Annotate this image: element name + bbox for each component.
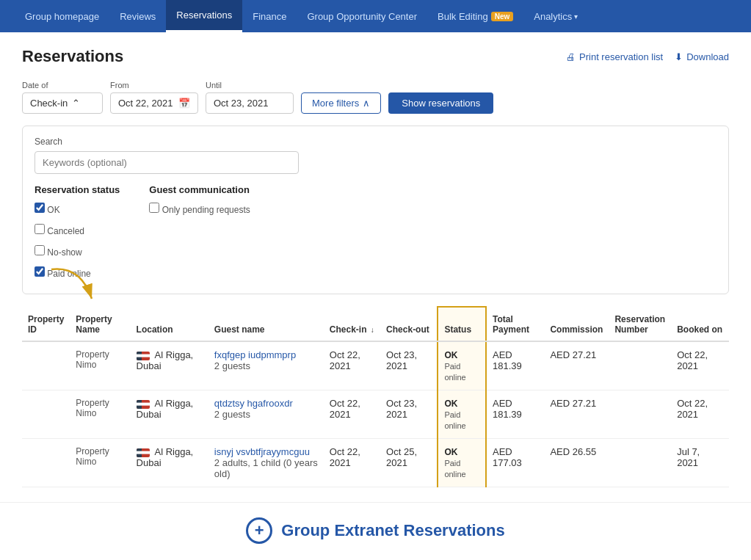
col-reservation-number: ReservationNumber <box>609 307 671 341</box>
col-checkout: Check-out <box>380 307 438 341</box>
more-filters-button[interactable]: More filters ∧ <box>301 92 381 114</box>
nav-group-homepage[interactable]: Group homepage <box>15 0 109 32</box>
guest-count: 2 adults, 1 child (0 years old) <box>214 457 318 479</box>
header-actions: 🖨 Print reservation list ⬇ Download <box>566 51 729 62</box>
date-of-filter: Date of Check-in ⌃ <box>22 81 103 114</box>
col-guest-name: Guest name <box>208 307 324 341</box>
col-total-payment: TotalPayment <box>486 307 544 341</box>
flag-icon <box>137 448 150 457</box>
flag-icon <box>137 400 150 409</box>
guest-count: 2 guests <box>214 360 250 371</box>
guest-communication-col: Guest communication Only pending request… <box>149 184 250 283</box>
col-booked-on: Booked on <box>671 307 729 341</box>
analytics-dropdown-icon: ▾ <box>574 12 578 21</box>
cell-guest-name: qtdztsy hgafrooxdr 2 guests <box>208 390 324 439</box>
from-date-filter: From Oct 22, 2021 📅 <box>110 81 198 114</box>
cell-booked-on: Oct 22, 2021 <box>671 390 729 439</box>
cell-property-id <box>22 341 70 390</box>
cell-property-name: Property Nimo <box>70 341 130 390</box>
search-input[interactable] <box>35 151 299 174</box>
cell-commission: AED 26.55 <box>544 439 609 487</box>
page-title: Reservations <box>22 47 123 66</box>
cell-reservation-number <box>609 341 671 390</box>
col-commission: Commission <box>544 307 609 341</box>
cell-status: OK Paid online <box>438 390 486 439</box>
cell-reservation-number <box>609 439 671 487</box>
print-button[interactable]: 🖨 Print reservation list <box>566 51 663 62</box>
guest-link[interactable]: qtdztsy hgafrooxdr <box>214 398 293 409</box>
search-section: Search Reservation status OK Canceled No… <box>22 126 729 294</box>
nav-reviews[interactable]: Reviews <box>109 0 166 32</box>
cell-checkout: Oct 25, 2021 <box>380 439 438 487</box>
cell-checkin: Oct 22, 2021 <box>324 341 380 390</box>
top-navigation: Group homepage Reviews Reservations Fina… <box>0 0 751 32</box>
guest-count: 2 guests <box>214 409 250 420</box>
nav-group-opportunity[interactable]: Group Opportunity Center <box>297 0 427 32</box>
nav-reservations[interactable]: Reservations <box>166 0 242 32</box>
table-row: Property Nimo Al Rigga, Dubai fxqfgep iu… <box>22 341 729 390</box>
cell-guest-name: fxqfgep iudpmmprp 2 guests <box>208 341 324 390</box>
footer-text: Group Extranet Reservations <box>281 521 504 540</box>
cell-status: OK Paid online <box>438 341 486 390</box>
until-date-filter: Until Oct 23, 2021 <box>206 81 294 114</box>
cell-total-payment: AED 181.39 <box>486 341 544 390</box>
date-of-label: Date of <box>22 81 103 90</box>
cell-location: Al Rigga, Dubai <box>131 439 208 487</box>
cell-checkout: Oct 23, 2021 <box>380 341 438 390</box>
download-icon: ⬇ <box>675 51 683 62</box>
footer-teaser: + Group Extranet Reservations <box>0 502 751 559</box>
bulk-editing-badge: New <box>491 12 514 21</box>
download-button[interactable]: ⬇ Download <box>675 51 729 62</box>
status-ok-checkbox[interactable]: OK <box>35 203 120 215</box>
guest-communication-title: Guest communication <box>149 184 250 195</box>
col-property-name: PropertyName <box>70 307 130 341</box>
cell-checkin: Oct 22, 2021 <box>324 439 380 487</box>
status-noshow-checkbox[interactable]: No-show <box>35 245 120 258</box>
col-location: Location <box>131 307 208 341</box>
cell-property-name: Property Nimo <box>70 439 130 487</box>
until-date-input[interactable]: Oct 23, 2021 <box>206 92 294 114</box>
guest-link[interactable]: isnyj vsvbtfjrayymcguu <box>214 446 310 457</box>
cell-status: OK Paid online <box>438 439 486 487</box>
status-paid-online-checkbox[interactable]: Paid online <box>35 266 120 279</box>
cell-commission: AED 27.21 <box>544 390 609 439</box>
nav-finance[interactable]: Finance <box>242 0 297 32</box>
cell-total-payment: AED 181.39 <box>486 390 544 439</box>
reservation-status-title: Reservation status <box>35 184 120 195</box>
cell-booked-on: Oct 22, 2021 <box>671 341 729 390</box>
filter-checkboxes: Reservation status OK Canceled No-show P… <box>35 184 716 283</box>
cell-guest-name: isnyj vsvbtfjrayymcguu 2 adults, 1 child… <box>208 439 324 487</box>
cell-reservation-number <box>609 390 671 439</box>
from-label: From <box>110 81 198 90</box>
from-date-input[interactable]: Oct 22, 2021 📅 <box>110 92 198 114</box>
col-checkin[interactable]: Check-in ↓ <box>324 307 380 341</box>
date-of-select[interactable]: Check-in ⌃ <box>22 92 103 114</box>
guest-link[interactable]: fxqfgep iudpmmprp <box>214 349 296 360</box>
nav-bulk-editing[interactable]: Bulk Editing New <box>427 0 523 32</box>
cell-property-name: Property Nimo <box>70 390 130 439</box>
table-row: Property Nimo Al Rigga, Dubai isnyj vsvb… <box>22 439 729 487</box>
pending-requests-checkbox[interactable]: Only pending requests <box>149 203 250 215</box>
chevron-up-icon: ∧ <box>363 98 370 109</box>
reservations-table: PropertyID PropertyName Location Guest n… <box>22 306 729 487</box>
search-label: Search <box>35 137 716 147</box>
reservations-table-section: PropertyID PropertyName Location Guest n… <box>22 306 729 487</box>
cell-location: Al Rigga, Dubai <box>131 390 208 439</box>
nav-analytics[interactable]: Analytics ▾ <box>523 0 588 32</box>
cell-total-payment: AED 177.03 <box>486 439 544 487</box>
sort-icon: ↓ <box>371 326 374 334</box>
chevron-down-icon: ⌃ <box>72 98 80 109</box>
cell-checkout: Oct 23, 2021 <box>380 390 438 439</box>
reservation-status-col: Reservation status OK Canceled No-show P… <box>35 184 120 283</box>
status-canceled-checkbox[interactable]: Canceled <box>35 224 120 236</box>
table-row: Property Nimo Al Rigga, Dubai qtdztsy hg… <box>22 390 729 439</box>
circle-plus-icon: + <box>246 517 272 544</box>
cell-booked-on: Jul 7, 2021 <box>671 439 729 487</box>
col-property-id: PropertyID <box>22 307 70 341</box>
cell-checkin: Oct 22, 2021 <box>324 390 380 439</box>
cell-property-id <box>22 390 70 439</box>
cell-property-id <box>22 439 70 487</box>
printer-icon: 🖨 <box>566 51 576 62</box>
cell-commission: AED 27.21 <box>544 341 609 390</box>
show-reservations-button[interactable]: Show reservations <box>388 92 493 114</box>
